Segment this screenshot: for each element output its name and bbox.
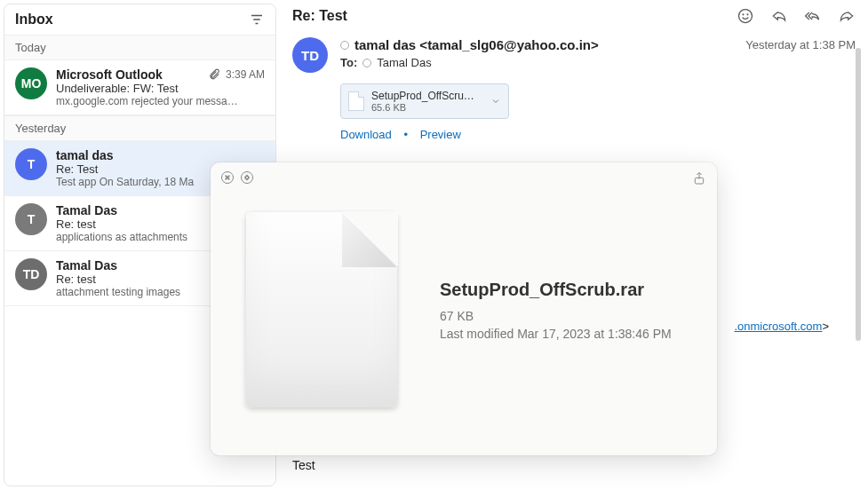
- attachment-name: SetupProd_OffScrub…: [371, 90, 478, 102]
- quicklook-size: 67 KB: [440, 309, 681, 323]
- svg-point-5: [747, 14, 748, 15]
- presence-icon: [340, 41, 349, 50]
- reader-scrollbar[interactable]: [856, 48, 861, 341]
- avatar: T: [15, 148, 47, 180]
- message-actions: [737, 7, 856, 25]
- avatar: T: [15, 203, 47, 235]
- section-label: Today: [4, 35, 275, 60]
- reply-all-icon[interactable]: [804, 7, 822, 25]
- section-label: Yesterday: [4, 115, 275, 141]
- recipient-name: Tamal Das: [377, 56, 431, 69]
- link-separator: •: [403, 128, 408, 141]
- message-sender: Tamal Das: [56, 203, 117, 217]
- recipient-presence-icon: [362, 59, 371, 67]
- attachment-card[interactable]: SetupProd_OffScrub… 65.6 KB: [340, 83, 509, 119]
- share-icon[interactable]: [692, 171, 706, 186]
- preview-link[interactable]: Preview: [420, 128, 461, 141]
- to-label: To:: [340, 56, 357, 69]
- avatar: TD: [15, 258, 47, 290]
- attachment-actions: Download • Preview: [340, 128, 864, 141]
- message-time: 3:39 AM: [226, 68, 265, 81]
- message-sender: tamal das: [56, 148, 114, 162]
- sender-row: TD tamal das <tamal_slg06@yahoo.co.in> Y…: [283, 28, 864, 76]
- file-icon: [348, 91, 364, 111]
- partial-link: .onmicrosoft.com>: [734, 320, 829, 333]
- quicklook-panel: SetupProd_OffScrub.rar 67 KB Last modifi…: [211, 162, 717, 455]
- react-icon[interactable]: [737, 7, 754, 25]
- message-subject-preview: Undeliverable: FW: Test: [56, 82, 265, 95]
- document-icon: [246, 212, 397, 407]
- folder-title: Inbox: [15, 12, 53, 28]
- close-button[interactable]: [221, 171, 234, 184]
- fullscreen-button[interactable]: [241, 171, 253, 184]
- message-item[interactable]: MOMicrosoft Outlook3:39 AMUndeliverable:…: [4, 60, 275, 115]
- sender-name: tamal das <tamal_slg06@yahoo.co.in>: [354, 37, 599, 52]
- svg-point-3: [739, 10, 753, 23]
- chevron-down-icon[interactable]: [490, 96, 501, 107]
- quicklook-modified: Last modified Mar 17, 2023 at 1:38:46 PM: [440, 327, 681, 341]
- download-link[interactable]: Download: [340, 128, 392, 141]
- sender-avatar: TD: [292, 37, 328, 73]
- message-snippet: mx.google.com rejected your messa…: [56, 95, 265, 107]
- message-date: Yesterday at 1:38 PM: [745, 38, 856, 51]
- paperclip-icon: [208, 68, 220, 81]
- reader-header: Re: Test: [283, 4, 864, 28]
- reply-icon[interactable]: [770, 7, 788, 25]
- message-subject: Re: Test: [292, 8, 347, 24]
- message-sender: Tamal Das: [56, 258, 117, 273]
- sidebar-header: Inbox: [4, 4, 275, 35]
- forward-icon[interactable]: [838, 7, 856, 25]
- filter-icon[interactable]: [249, 12, 265, 28]
- attachment-size: 65.6 KB: [371, 102, 478, 113]
- avatar: MO: [15, 67, 47, 99]
- onmicrosoft-link[interactable]: .onmicrosoft.com: [734, 320, 822, 333]
- svg-point-4: [743, 14, 744, 15]
- quicklook-filename: SetupProd_OffScrub.rar: [440, 280, 681, 300]
- message-sender: Microsoft Outlook: [56, 67, 163, 82]
